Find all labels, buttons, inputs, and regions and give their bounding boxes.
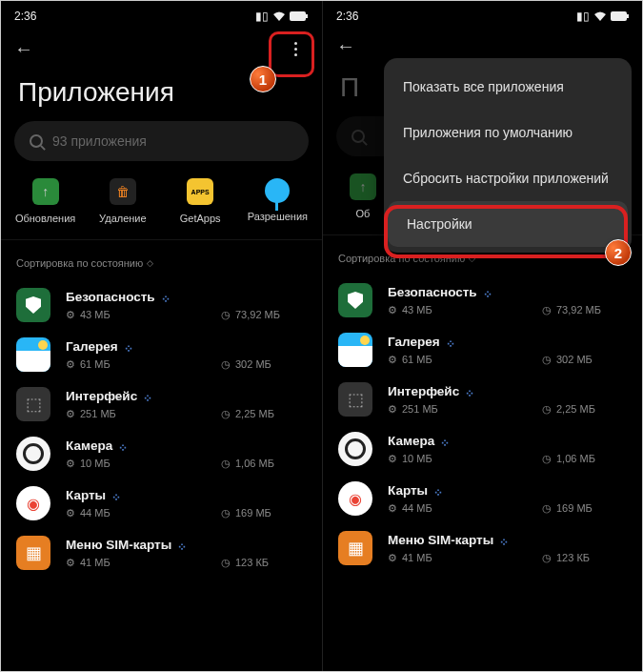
chevron-down-icon: ◇ bbox=[469, 254, 475, 263]
gear-icon bbox=[66, 507, 75, 519]
app-name: Безопасность bbox=[388, 285, 477, 299]
loading-icon bbox=[499, 535, 509, 544]
action-permissions[interactable]: Разрешения bbox=[244, 178, 311, 224]
sort-label: Сортировка по состоянию bbox=[16, 257, 143, 269]
clock-icon bbox=[542, 304, 552, 316]
signal-icon: ▮▯ bbox=[576, 10, 590, 23]
gear-icon bbox=[66, 458, 75, 470]
app-row[interactable]: Карты 44 МБ 169 МБ bbox=[16, 479, 307, 528]
status-icons: ▮▯ bbox=[255, 10, 309, 23]
back-button[interactable]: ← bbox=[336, 35, 355, 57]
wifi-icon bbox=[272, 11, 286, 21]
gear-icon bbox=[66, 408, 75, 420]
app-storage: 302 МБ bbox=[235, 358, 271, 370]
battery-icon bbox=[611, 11, 630, 21]
app-icon-sim bbox=[16, 536, 50, 570]
app-storage: 2,25 МБ bbox=[235, 408, 274, 419]
status-icons: ▮▯ bbox=[576, 10, 630, 23]
gear-icon bbox=[66, 309, 75, 321]
app-name: Меню SIM-карты bbox=[388, 533, 493, 547]
sort-dropdown[interactable]: Сортировка по состоянию ◇ bbox=[1, 240, 322, 280]
action-getapps[interactable]: APPS GetApps bbox=[167, 178, 233, 224]
menu-default-apps[interactable]: Приложения по умолчанию bbox=[384, 110, 632, 155]
top-bar: ← bbox=[1, 26, 322, 62]
app-list: Безопасность 43 МБ 73,92 МБ Галерея 61 М… bbox=[1, 280, 322, 585]
clock-icon bbox=[221, 309, 231, 321]
app-icon-maps bbox=[16, 486, 50, 520]
action-updates[interactable]: ↑ Об bbox=[336, 173, 390, 219]
menu-settings[interactable]: Настройки bbox=[388, 201, 628, 247]
app-size: 41 МБ bbox=[402, 552, 432, 563]
loading-icon bbox=[177, 540, 187, 549]
app-icon-gallery bbox=[338, 333, 372, 367]
callout-badge-1: 1 bbox=[250, 66, 276, 92]
app-row[interactable]: Безопасность 43 МБ 73,92 МБ bbox=[16, 280, 307, 330]
app-row[interactable]: Меню SIM-карты 41 МБ 123 КБ bbox=[338, 523, 628, 573]
action-label: Об bbox=[356, 208, 371, 219]
app-storage: 73,92 МБ bbox=[556, 304, 601, 316]
search-field[interactable]: 93 приложения bbox=[14, 121, 309, 161]
clock-icon bbox=[542, 552, 552, 564]
clock-icon bbox=[542, 453, 552, 465]
status-bar: 2:36 ▮▯ bbox=[1, 1, 322, 26]
menu-show-all[interactable]: Показать все приложения bbox=[384, 64, 632, 110]
app-row[interactable]: Интерфейс 251 МБ 2,25 МБ bbox=[16, 379, 307, 429]
app-row[interactable]: Камера 10 МБ 1,06 МБ bbox=[16, 429, 307, 479]
app-storage: 123 КБ bbox=[556, 552, 590, 563]
status-time: 2:36 bbox=[336, 10, 358, 23]
app-row[interactable]: Камера 10 МБ 1,06 МБ bbox=[338, 424, 628, 474]
clock-icon bbox=[221, 557, 231, 569]
search-icon bbox=[352, 130, 365, 143]
app-storage: 169 МБ bbox=[556, 502, 593, 514]
app-row[interactable]: Безопасность 43 МБ 73,92 МБ bbox=[338, 275, 628, 325]
app-row[interactable]: Меню SIM-карты 41 МБ 123 КБ bbox=[16, 528, 307, 578]
app-list: Безопасность 43 МБ 73,92 МБ Галерея 61 М… bbox=[323, 275, 643, 580]
quick-actions: ↑ Обновления 🗑 Удаление APPS GetApps Раз… bbox=[1, 178, 322, 240]
app-storage: 302 МБ bbox=[556, 354, 593, 365]
screen-right: 2:36 ▮▯ ← П ↑ Об Сортировка по состоянию… bbox=[322, 1, 643, 672]
app-row[interactable]: Карты 44 МБ 169 МБ bbox=[338, 474, 628, 523]
overflow-menu: Показать все приложения Приложения по ум… bbox=[384, 58, 632, 253]
status-time: 2:36 bbox=[14, 10, 36, 23]
status-bar: 2:36 ▮▯ bbox=[323, 1, 643, 26]
app-icon-camera bbox=[338, 432, 372, 466]
app-icon-interface bbox=[16, 387, 50, 421]
callout-badge-2: 2 bbox=[605, 239, 632, 266]
action-label: Разрешения bbox=[248, 211, 308, 222]
app-row[interactable]: Галерея 61 МБ 302 МБ bbox=[16, 330, 307, 379]
chevron-down-icon: ◇ bbox=[147, 258, 153, 268]
app-size: 251 МБ bbox=[402, 403, 438, 415]
gear-icon bbox=[66, 557, 75, 569]
screen-left: 2:36 ▮▯ ← 1 Приложения 93 приложения ↑ О… bbox=[1, 1, 322, 672]
app-storage: 1,06 МБ bbox=[235, 458, 274, 469]
app-size: 43 МБ bbox=[402, 304, 432, 316]
loading-icon bbox=[118, 440, 128, 450]
clock-icon bbox=[542, 502, 552, 515]
updates-icon: ↑ bbox=[32, 178, 59, 205]
svg-rect-1 bbox=[306, 14, 308, 18]
loading-icon bbox=[161, 292, 171, 301]
menu-reset-prefs[interactable]: Сбросить настройки приложений bbox=[384, 155, 632, 201]
svg-rect-2 bbox=[611, 11, 627, 21]
svg-rect-0 bbox=[290, 11, 306, 21]
app-icon-camera bbox=[16, 437, 50, 471]
gear-icon bbox=[388, 502, 397, 515]
gear-icon bbox=[388, 304, 397, 316]
permissions-icon bbox=[265, 178, 290, 203]
overflow-menu-button[interactable] bbox=[282, 35, 309, 62]
back-button[interactable]: ← bbox=[14, 38, 33, 60]
app-row[interactable]: Интерфейс 251 МБ 2,25 МБ bbox=[338, 375, 628, 424]
loading-icon bbox=[440, 436, 450, 445]
svg-rect-3 bbox=[627, 14, 629, 18]
loading-icon bbox=[143, 391, 152, 400]
app-storage: 1,06 МБ bbox=[556, 453, 595, 464]
app-storage: 73,92 МБ bbox=[235, 309, 280, 320]
action-uninstall[interactable]: 🗑 Удаление bbox=[90, 178, 156, 224]
app-name: Галерея bbox=[66, 339, 118, 354]
sort-label: Сортировка по состоянию bbox=[338, 253, 465, 264]
app-icon-sim bbox=[338, 531, 372, 565]
action-updates[interactable]: ↑ Обновления bbox=[12, 178, 79, 224]
app-size: 10 МБ bbox=[80, 458, 111, 469]
app-row[interactable]: Галерея 61 МБ 302 МБ bbox=[338, 325, 628, 375]
search-placeholder: 93 приложения bbox=[52, 133, 147, 149]
